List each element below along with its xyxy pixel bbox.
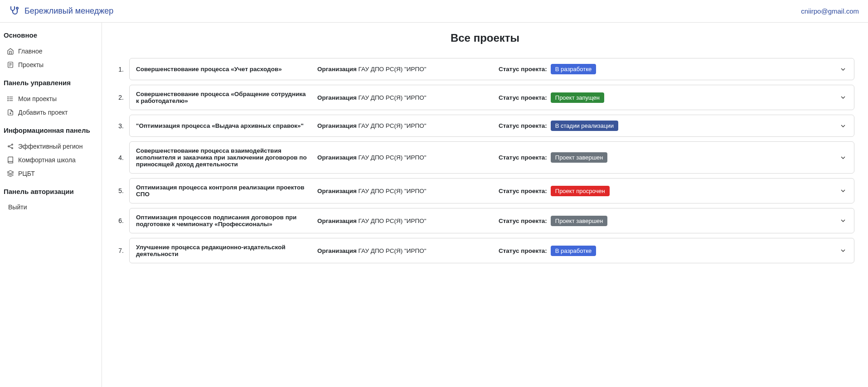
- stethoscope-icon: [9, 5, 20, 18]
- org-label: Организация: [317, 247, 359, 254]
- status-badge: Проект завершен: [551, 216, 608, 226]
- project-status: Статус проекта:Проект запущен: [499, 92, 839, 103]
- row-number: 3.: [116, 122, 124, 130]
- project-row-wrapper: 5.Оптимизация процесса контроля реализац…: [116, 178, 854, 203]
- project-status: Статус проекта:Проект просрочен: [499, 186, 839, 196]
- project-row[interactable]: Оптимизация процесса контроля реализации…: [129, 178, 854, 203]
- project-org: Организация ГАУ ДПО РС(Я) "ИРПО": [317, 66, 499, 73]
- document-icon: [6, 61, 15, 69]
- org-label: Организация: [317, 154, 359, 161]
- project-row-wrapper: 3."Оптимизация процесса «Выдача архивных…: [116, 115, 854, 137]
- status-label: Статус проекта:: [499, 247, 547, 254]
- project-name: Оптимизация процесса контроля реализации…: [136, 184, 317, 198]
- project-row[interactable]: Совершенствование процесса взаимодействи…: [129, 141, 854, 174]
- org-label: Организация: [317, 94, 359, 101]
- project-status: Статус проекта:Проект завершен: [499, 152, 839, 163]
- chevron-down-icon[interactable]: [839, 122, 848, 130]
- svg-marker-18: [7, 170, 13, 174]
- sidebar-item-label: Добавить проект: [18, 109, 68, 116]
- status-badge: В разработке: [551, 246, 596, 256]
- org-value: ГАУ ДПО РС(Я) "ИРПО": [359, 218, 427, 224]
- project-status: Статус проекта:В стадии реализации: [499, 121, 839, 131]
- sidebar-item-school[interactable]: Комфортная школа: [4, 153, 98, 167]
- org-value: ГАУ ДПО РС(Я) "ИРПО": [359, 154, 427, 161]
- project-name: Оптимизация процессов подписания договор…: [136, 214, 317, 227]
- org-value: ГАУ ДПО РС(Я) "ИРПО": [359, 188, 427, 194]
- project-name: Совершенствование процесса «Учет расходо…: [136, 66, 317, 73]
- project-org: Организация ГАУ ДПО РС(Я) "ИРПО": [317, 122, 499, 129]
- project-org: Организация ГАУ ДПО РС(Я) "ИРПО": [317, 247, 499, 254]
- project-org: Организация ГАУ ДПО РС(Я) "ИРПО": [317, 94, 499, 101]
- project-list: 1.Совершенствование процесса «Учет расхо…: [116, 58, 854, 263]
- sidebar-item-my-projects[interactable]: Мои проекты: [4, 92, 98, 106]
- row-number: 7.: [116, 247, 124, 254]
- user-email-link[interactable]: cniirpo@gmail.com: [801, 7, 859, 15]
- sidebar-item-region[interactable]: Эффективный регион: [4, 140, 98, 153]
- org-value: ГАУ ДПО РС(Я) "ИРПО": [359, 122, 427, 129]
- row-number: 4.: [116, 154, 124, 161]
- project-org: Организация ГАУ ДПО РС(Я) "ИРПО": [317, 218, 499, 224]
- status-label: Статус проекта:: [499, 218, 547, 224]
- svg-point-14: [12, 144, 13, 145]
- sidebar-item-label: Выйти: [8, 203, 27, 211]
- layers-icon: [6, 169, 15, 178]
- sidebar-item-logout[interactable]: Выйти: [4, 201, 98, 213]
- org-label: Организация: [317, 188, 359, 194]
- project-name: Совершенствование процесса «Обращение со…: [136, 91, 317, 104]
- share-icon: [6, 142, 15, 150]
- project-name: Совершенствование процесса взаимодействи…: [136, 147, 317, 168]
- brand-link[interactable]: Бережливый менеджер: [9, 5, 113, 18]
- project-row[interactable]: Совершенствование процесса «Учет расходо…: [129, 58, 854, 80]
- sidebar-section-auth: Панель авторизации: [4, 186, 98, 197]
- org-label: Организация: [317, 122, 359, 129]
- status-badge: Проект завершен: [551, 152, 608, 163]
- org-label: Организация: [317, 218, 359, 224]
- status-badge: В разработке: [551, 64, 596, 74]
- chevron-down-icon[interactable]: [839, 154, 848, 161]
- sidebar-item-projects[interactable]: Проекты: [4, 58, 98, 72]
- svg-point-9: [8, 98, 8, 99]
- project-status: Статус проекта:Проект завершен: [499, 216, 839, 226]
- project-org: Организация ГАУ ДПО РС(Я) "ИРПО": [317, 188, 499, 194]
- sidebar-item-add-project[interactable]: Добавить проект: [4, 106, 98, 119]
- project-row-wrapper: 6.Оптимизация процессов подписания догов…: [116, 208, 854, 233]
- project-row-wrapper: 4.Совершенствование процесса взаимодейст…: [116, 141, 854, 174]
- svg-point-13: [8, 146, 10, 147]
- org-value: ГАУ ДПО РС(Я) "ИРПО": [359, 66, 427, 73]
- sidebar-section-info: Информационная панель: [4, 125, 98, 136]
- chevron-down-icon[interactable]: [839, 94, 848, 101]
- sidebar-item-label: Проекты: [18, 61, 44, 68]
- project-row-wrapper: 2.Совершенствование процесса «Обращение …: [116, 85, 854, 110]
- project-row[interactable]: Улучшение процесса редакционно-издательс…: [129, 238, 854, 263]
- org-value: ГАУ ДПО РС(Я) "ИРПО": [359, 94, 427, 101]
- svg-point-8: [8, 97, 8, 97]
- sidebar-item-label: РЦБТ: [18, 170, 35, 177]
- sidebar-item-label: Мои проекты: [18, 95, 57, 102]
- svg-line-17: [9, 147, 11, 148]
- project-row[interactable]: Совершенствование процесса «Обращение со…: [129, 85, 854, 110]
- sidebar: Основное Главное Проекты Панель управлен…: [0, 23, 102, 387]
- chevron-down-icon[interactable]: [839, 247, 848, 254]
- svg-point-10: [8, 100, 8, 101]
- project-row-wrapper: 1.Совершенствование процесса «Учет расхо…: [116, 58, 854, 80]
- brand-title: Бережливый менеджер: [24, 6, 113, 16]
- project-row[interactable]: Оптимизация процессов подписания договор…: [129, 208, 854, 233]
- header: Бережливый менеджер cniirpo@gmail.com: [0, 0, 868, 23]
- svg-point-15: [12, 148, 13, 149]
- chevron-down-icon[interactable]: [839, 66, 848, 73]
- sidebar-item-home[interactable]: Главное: [4, 44, 98, 58]
- main-content: Все проекты 1.Совершенствование процесса…: [102, 23, 868, 387]
- project-org: Организация ГАУ ДПО РС(Я) "ИРПО": [317, 154, 499, 161]
- chevron-down-icon[interactable]: [839, 217, 848, 224]
- project-row[interactable]: "Оптимизация процесса «Выдача архивных с…: [129, 115, 854, 137]
- project-row-wrapper: 7.Улучшение процесса редакционно-издател…: [116, 238, 854, 263]
- svg-point-0: [16, 7, 18, 9]
- chevron-down-icon[interactable]: [839, 187, 848, 194]
- status-label: Статус проекта:: [499, 154, 547, 161]
- book-icon: [6, 156, 15, 164]
- sidebar-item-label: Комфортная школа: [18, 156, 76, 164]
- status-label: Статус проекта:: [499, 122, 547, 129]
- svg-line-16: [9, 145, 11, 146]
- page-title: Все проекты: [116, 32, 854, 44]
- sidebar-item-rcbt[interactable]: РЦБТ: [4, 167, 98, 180]
